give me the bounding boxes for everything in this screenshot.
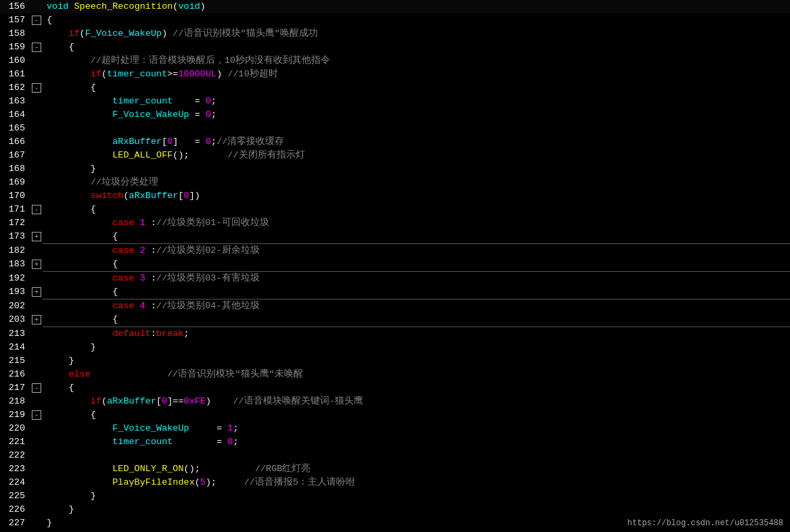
fold-161 xyxy=(30,68,43,81)
code-line-171: 171 - { xyxy=(0,203,790,216)
code-line-183: 183 + { xyxy=(0,258,790,271)
fold-164 xyxy=(30,108,43,122)
code-line-165: 165 xyxy=(0,122,790,135)
line-num-166: 166 xyxy=(0,135,30,149)
code-content-173: { xyxy=(43,230,790,243)
code-line-214: 214 } xyxy=(0,341,790,354)
line-num-168: 168 xyxy=(0,162,30,176)
fold-171[interactable]: - xyxy=(30,203,43,216)
fold-222 xyxy=(30,449,43,462)
fold-218 xyxy=(30,395,43,408)
code-line-213: 213 default:break; xyxy=(0,327,790,341)
code-line-219: 219 - { xyxy=(0,408,790,422)
code-content-219: { xyxy=(43,408,790,422)
code-line-164: 164 F_Voice_WakeUp = 0; xyxy=(0,108,790,122)
code-line-166: 166 aRxBuffer[0] = 0;//清零接收缓存 xyxy=(0,135,790,149)
fold-183[interactable]: + xyxy=(30,258,43,271)
fold-168 xyxy=(30,162,43,176)
line-num-221: 221 xyxy=(0,435,30,449)
code-content-161: if(timer_count>=10000UL) //10秒超时 xyxy=(43,68,790,81)
fold-220 xyxy=(30,422,43,435)
code-content-167: LED_ALL_OFF(); //关闭所有指示灯 xyxy=(43,149,790,162)
line-num-173: 173 xyxy=(0,230,30,243)
fold-162[interactable]: - xyxy=(30,81,43,95)
code-content-157: { xyxy=(43,14,790,27)
code-line-220: 220 F_Voice_WakeUp = 1; xyxy=(0,422,790,435)
code-content-183: { xyxy=(43,258,790,271)
fold-224 xyxy=(30,476,43,489)
line-num-159: 159 xyxy=(0,41,30,54)
code-line-157: 157 - { xyxy=(0,14,790,27)
line-num-165: 165 xyxy=(0,122,30,135)
code-content-214: } xyxy=(43,341,790,354)
code-content-223: LED_ONLY_R_ON(); //RGB红灯亮 xyxy=(43,462,790,476)
fold-216 xyxy=(30,368,43,381)
line-num-213: 213 xyxy=(0,327,30,341)
line-num-172: 172 xyxy=(0,216,30,230)
fold-158 xyxy=(30,27,43,41)
code-content-160: //超时处理：语音模块唤醒后，10秒内没有收到其他指令 xyxy=(43,54,790,68)
line-num-170: 170 xyxy=(0,189,30,203)
code-content-182: case 2 ://垃圾类别02-厨余垃圾 xyxy=(43,244,790,258)
line-num-171: 171 xyxy=(0,203,30,216)
code-line-202: 202 case 4 ://垃圾类别04-其他垃圾 xyxy=(0,299,790,313)
fold-163 xyxy=(30,95,43,108)
fold-173[interactable]: + xyxy=(30,230,43,243)
line-num-220: 220 xyxy=(0,422,30,435)
code-line-160: 160 //超时处理：语音模块唤醒后，10秒内没有收到其他指令 xyxy=(0,54,790,68)
code-content-225: } xyxy=(43,489,790,503)
code-line-156: 156 void Speech_Recognition(void) xyxy=(0,0,790,14)
code-content-218: if(aRxBuffer[0]==0xFE) //语音模块唤醒关键词-猫头鹰 xyxy=(43,395,790,408)
code-line-158: 158 if(F_Voice_WakeUp) //语音识别模块"猫头鹰"唤醒成功 xyxy=(0,27,790,41)
fold-159[interactable]: - xyxy=(30,41,43,54)
code-line-182: 182 case 2 ://垃圾类别02-厨余垃圾 xyxy=(0,244,790,258)
code-line-193: 193 + { xyxy=(0,285,790,299)
code-content-166: aRxBuffer[0] = 0;//清零接收缓存 xyxy=(43,135,790,149)
fold-219[interactable]: - xyxy=(30,408,43,422)
code-content-171: { xyxy=(43,203,790,216)
fold-203[interactable]: + xyxy=(30,313,43,327)
line-num-164: 164 xyxy=(0,108,30,122)
code-line-192: 192 case 3 ://垃圾类别03-有害垃圾 xyxy=(0,272,790,285)
code-line-169: 169 //垃圾分类处理 xyxy=(0,176,790,189)
code-content-170: switch(aRxBuffer[0]) xyxy=(43,189,790,203)
line-num-192: 192 xyxy=(0,272,30,285)
code-content-215: } xyxy=(43,354,790,368)
code-content-162: { xyxy=(43,81,790,95)
code-line-172: 172 case 1 ://垃圾类别01-可回收垃圾 xyxy=(0,216,790,230)
line-num-219: 219 xyxy=(0,408,30,422)
fold-157[interactable]: - xyxy=(30,14,43,27)
code-content-192: case 3 ://垃圾类别03-有害垃圾 xyxy=(43,272,790,285)
code-line-168: 168 } xyxy=(0,162,790,176)
footer-url: https://blog.csdn.net/u012535488 xyxy=(628,516,783,530)
code-line-159: 159 - { xyxy=(0,41,790,54)
fold-217[interactable]: - xyxy=(30,381,43,395)
fold-227 xyxy=(30,516,43,530)
fold-213 xyxy=(30,327,43,341)
code-content-158: if(F_Voice_WakeUp) //语音识别模块"猫头鹰"唤醒成功 xyxy=(43,27,790,41)
code-content-216: else //语音识别模块"猫头鹰"未唤醒 xyxy=(43,368,790,381)
code-content-203: { xyxy=(43,313,790,327)
line-num-214: 214 xyxy=(0,341,30,354)
line-num-224: 224 xyxy=(0,476,30,489)
line-num-169: 169 xyxy=(0,176,30,189)
fold-192 xyxy=(30,272,43,285)
code-content-169: //垃圾分类处理 xyxy=(43,176,790,189)
line-num-183: 183 xyxy=(0,258,30,271)
line-num-158: 158 xyxy=(0,27,30,41)
code-content-172: case 1 ://垃圾类别01-可回收垃圾 xyxy=(43,216,790,230)
code-line-167: 167 LED_ALL_OFF(); //关闭所有指示灯 xyxy=(0,149,790,162)
line-num-217: 217 xyxy=(0,381,30,395)
code-content-213: default:break; xyxy=(43,327,790,341)
code-line-226: 226 } xyxy=(0,503,790,516)
code-line-222: 222 xyxy=(0,449,790,462)
line-num-160: 160 xyxy=(0,54,30,68)
fold-193[interactable]: + xyxy=(30,285,43,299)
code-content-156: void Speech_Recognition(void) xyxy=(43,0,790,14)
code-content-224: PlayByFileIndex(5); //语音播报5：主人请吩咐 xyxy=(43,476,790,489)
code-line-170: 170 switch(aRxBuffer[0]) xyxy=(0,189,790,203)
fold-160 xyxy=(30,54,43,68)
line-num-203: 203 xyxy=(0,313,30,327)
line-num-182: 182 xyxy=(0,244,30,258)
fold-182 xyxy=(30,244,43,258)
